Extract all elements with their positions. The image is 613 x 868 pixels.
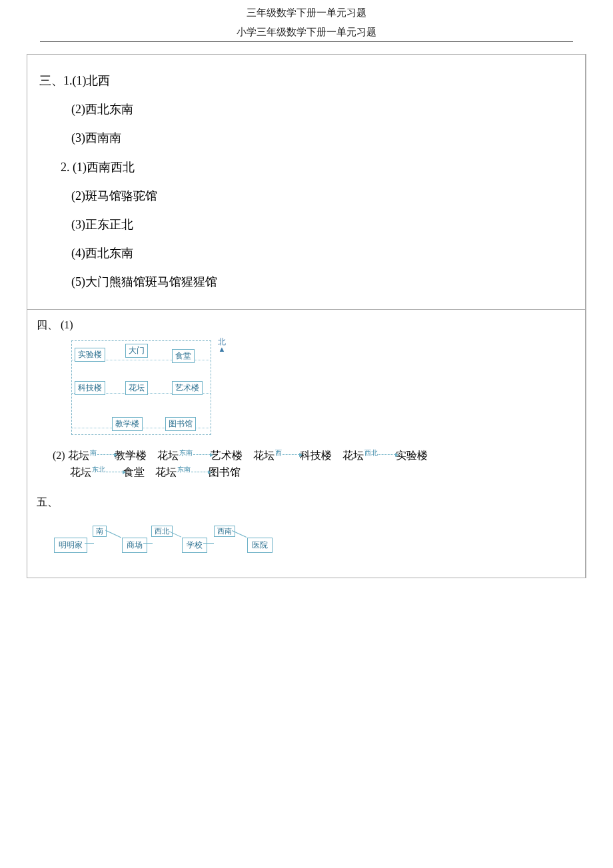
s3-q1-prefix: 1. <box>63 74 73 87</box>
header-rule <box>40 41 573 42</box>
s4-q1-label: (1) <box>61 319 73 330</box>
connector <box>143 543 153 544</box>
s3-label: 三、 <box>39 74 63 87</box>
dashed-arrow-icon <box>378 454 396 455</box>
s4-q2-prefix: (2) <box>53 450 65 461</box>
q2-dir: 东南 <box>177 466 191 473</box>
q2-dir: 西北 <box>364 449 378 456</box>
q2-dir: 南 <box>89 449 97 456</box>
page-header: 三年级数学下册一单元习题 小学三年级数学下册一单元习题 <box>0 0 613 39</box>
q2-term: 花坛 <box>155 466 177 478</box>
north-arrow-icon: ▲ <box>218 346 226 353</box>
connector <box>105 530 121 538</box>
bldg-shitang: 食堂 <box>172 349 195 363</box>
section-3: 三、1.(1)北西 (2)西北东南 (3)西南南 2. (1)西南西北 (2)斑… <box>27 54 586 310</box>
bldg-tushuguan: 图书馆 <box>165 417 196 431</box>
s4-label-row: 四、 (1) <box>31 316 581 338</box>
node-hospital: 医院 <box>247 538 273 553</box>
dashed-arrow-icon <box>283 454 300 455</box>
q2-dir: 西 <box>275 449 283 456</box>
s3-q1-item1: (1)北西 <box>73 74 111 87</box>
s3-q2-4: (4)西北东南 <box>31 239 581 268</box>
s3-q2-5: (5)大门熊猫馆斑马馆猩猩馆 <box>31 268 581 296</box>
header-title-2: 小学三年级数学下册一单元习题 <box>0 26 613 39</box>
node-school: 学校 <box>182 538 207 553</box>
q2-term: 艺术楼 <box>211 450 243 461</box>
connector <box>203 543 214 544</box>
s3-q2-1: 2. (1)西南西北 <box>31 153 581 182</box>
s3-q2-item1: (1)西南西北 <box>73 161 135 174</box>
content-frame: 三、1.(1)北西 (2)西北东南 (3)西南南 2. (1)西南西北 (2)斑… <box>27 54 586 578</box>
s4-q2: (2) 花坛南教学楼 花坛东南艺术楼 花坛西科技楼 花坛西北实验楼 花坛东北食堂… <box>53 447 581 481</box>
s3-q2-2: (2)斑马馆骆驼馆 <box>31 182 581 211</box>
campus-map: 实验楼 大门 食堂 科技楼 花坛 艺术楼 教学楼 图书馆 <box>71 340 211 435</box>
q2-term: 花坛 <box>68 450 89 461</box>
node-home: 明明家 <box>54 538 87 553</box>
s3-q2-3: (3)正东正北 <box>31 211 581 239</box>
bldg-huatan: 花坛 <box>125 381 148 395</box>
q2-term: 图书馆 <box>209 466 241 478</box>
q2-term: 花坛 <box>253 450 275 461</box>
q2-term: 科技楼 <box>300 450 332 461</box>
s3-q1-1: 三、1.(1)北西 <box>31 67 581 95</box>
dashed-arrow-icon <box>193 454 211 455</box>
q2-term: 食堂 <box>123 466 145 478</box>
q2-term: 花坛 <box>342 450 364 461</box>
q2-term: 实验楼 <box>396 450 428 461</box>
q2-term: 教学楼 <box>115 450 147 461</box>
node-mall: 商场 <box>122 538 147 553</box>
dashed-arrow-icon <box>191 472 209 472</box>
s3-q1-2: (2)西北东南 <box>31 95 581 124</box>
header-title-1: 三年级数学下册一单元习题 <box>0 7 613 19</box>
q2-term: 花坛 <box>70 466 91 478</box>
q2-dir: 东南 <box>179 449 193 456</box>
dir-tag: 南 <box>93 526 107 537</box>
bldg-damen: 大门 <box>125 344 148 358</box>
campus-map-wrap: 北 ▲ 实验楼 大门 食堂 科技楼 花坛 艺术楼 <box>71 340 581 435</box>
s4-label: 四、 <box>37 319 58 330</box>
bldg-kejilou: 科技楼 <box>75 381 105 395</box>
bldg-jiaoxuelou: 教学楼 <box>112 417 143 431</box>
dashed-arrow-icon <box>106 472 123 472</box>
q2-dir: 东北 <box>91 466 106 473</box>
dashed-arrow-icon <box>97 454 115 455</box>
connector <box>85 543 94 544</box>
compass-north: 北 ▲ <box>218 338 226 353</box>
bldg-yishulou: 艺术楼 <box>172 381 203 395</box>
bldg-shiyanlou: 实验楼 <box>75 348 105 362</box>
s5-path: 明明家 商场 学校 医院 南 西北 西南 <box>54 524 334 558</box>
s5-label: 五、 <box>31 493 581 515</box>
q2-term: 花坛 <box>157 450 179 461</box>
s3-q2-prefix: 2. <box>61 161 70 174</box>
section-4-5: 四、 (1) 北 ▲ 实验楼 大门 食堂 科技 <box>27 309 586 578</box>
s3-q1-3: (3)西南南 <box>31 124 581 153</box>
